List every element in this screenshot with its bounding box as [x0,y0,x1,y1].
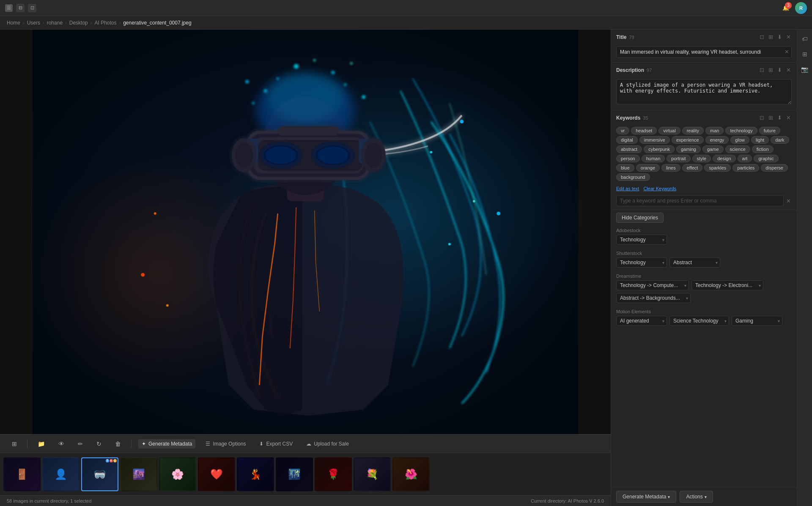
upload-button[interactable]: ☁ Upload for Sale [303,439,352,449]
keyword-input[interactable] [616,195,784,206]
keyword-input-clear[interactable]: ✕ [785,197,792,205]
thumb-5[interactable]: ❤️ [198,457,235,491]
keyword-tag[interactable]: game [702,145,724,153]
keyword-tag[interactable]: person [616,155,640,162]
thumb-7[interactable]: 🌃 [276,457,313,491]
hide-categories-button[interactable]: Hide Categories [616,213,664,223]
keywords-paste-icon[interactable]: ⊞ [768,114,774,122]
title-download-icon[interactable]: ⬇ [776,33,783,41]
breadcrumb-aiphotos[interactable]: AI Photos [94,20,116,26]
keyword-tag[interactable]: man [705,127,724,134]
motion-select-2[interactable]: Science Technology [669,316,729,326]
keyword-tag[interactable]: cyberpunk [644,145,675,153]
thumb-10[interactable]: 🌺 [392,457,430,491]
keyword-tag[interactable]: orange [636,164,660,172]
motion-select-3[interactable]: Gaming [732,316,782,326]
title-clear-icon[interactable]: ✕ [785,49,789,55]
actions-btn[interactable]: Actions ▾ [680,491,713,503]
dreamstime-select-2[interactable]: Technology -> Electroni... [691,280,763,290]
keyword-tag[interactable]: headset [631,127,657,134]
title-close-icon[interactable]: ✕ [785,33,792,41]
layers-icon[interactable]: ⊞ [799,48,811,60]
keyword-tag[interactable]: portrait [667,155,690,162]
generate-metadata-button[interactable]: ✦ Generate Metadata [138,439,195,449]
keyword-tag[interactable]: style [692,155,711,162]
keyword-tag[interactable]: light [751,136,769,144]
keyword-tag[interactable]: glow [730,136,749,144]
keyword-tag[interactable]: design [713,155,735,162]
thumb-3[interactable]: 🌆 [120,457,157,491]
keyword-tag[interactable]: dark [771,136,789,144]
desc-copy-icon[interactable]: ⊡ [759,66,765,74]
keyword-tag[interactable]: graphic [754,155,778,162]
edit-as-text-link[interactable]: Edit as text [616,186,639,191]
thumb-6[interactable]: 💃 [237,457,274,491]
keyword-tag[interactable]: vr [616,127,629,134]
camera-icon[interactable]: 📷 [799,63,811,75]
thumb-8[interactable]: 🌹 [315,457,352,491]
filter-button[interactable]: ⊞ [8,439,20,449]
keywords-close-icon[interactable]: ✕ [785,114,792,122]
desc-close-icon[interactable]: ✕ [785,66,792,74]
export-csv-button[interactable]: ⬇ Export CSV [256,439,296,449]
shutterstock-select-2[interactable]: Abstract [669,257,720,268]
refresh-button[interactable]: ↻ [93,439,105,449]
keyword-tag[interactable]: reality [682,127,704,134]
keyword-tag[interactable]: gaming [676,145,701,153]
keywords-copy-icon[interactable]: ⊡ [759,114,765,122]
image-options-button[interactable]: ☰ Image Options [202,439,249,449]
keyword-tag[interactable]: immersive [639,136,670,144]
delete-button[interactable]: 🗑 [112,439,124,449]
folder-button[interactable]: 📁 [34,439,48,449]
keyword-tag[interactable]: sparkles [704,164,731,172]
sidebar-toggle[interactable]: ⊟ [16,4,25,12]
svg-point-34 [236,143,253,167]
edit-button[interactable]: ✏ [74,439,86,449]
shutterstock-select-1[interactable]: Technology [616,257,667,268]
adobestock-select[interactable]: Technology [616,235,667,245]
title-input[interactable] [616,46,792,58]
eye-button[interactable]: 👁 [55,439,68,449]
keyword-tag[interactable]: energy [705,136,729,144]
thumb-1[interactable]: 👤 [42,457,80,491]
keyword-tag[interactable]: abstract [616,145,642,153]
breadcrumb-desktop[interactable]: Desktop [69,20,88,26]
keywords-download-icon[interactable]: ⬇ [776,114,783,122]
keyword-tag[interactable]: fiction [752,145,774,153]
keyword-tag[interactable]: human [642,155,665,162]
desc-download-icon[interactable]: ⬇ [776,66,783,74]
avatar[interactable]: R [795,2,807,14]
breadcrumb-rohane[interactable]: rohane [47,20,63,26]
dreamstime-select-1[interactable]: Technology -> Compute... [616,280,689,290]
motion-select-1[interactable]: AI generated [616,316,667,326]
keyword-tag[interactable]: science [725,145,750,153]
keyword-tag[interactable]: technology [725,127,757,134]
keyword-tag[interactable]: blue [616,164,634,172]
keyword-tag[interactable]: digital [616,136,638,144]
title-paste-icon[interactable]: ⊞ [768,33,774,41]
keyword-tag[interactable]: particles [732,164,759,172]
notification-button[interactable]: 🔔 3 [780,2,792,14]
keyword-tag[interactable]: effect [682,164,703,172]
description-textarea[interactable]: A stylized image of a person wearing a V… [616,79,792,104]
keyword-tag[interactable]: background [616,173,650,181]
clear-keywords-link[interactable]: Clear Keywords [643,186,676,191]
keyword-tag[interactable]: lines [661,164,680,172]
thumb-9[interactable]: 💐 [354,457,391,491]
breadcrumb-home[interactable]: Home [7,20,20,26]
thumb-2[interactable]: 🥽 T K O [81,457,118,491]
title-copy-icon[interactable]: ⊡ [759,33,765,41]
generate-metadata-action-btn[interactable]: Generate Metadata ▾ [616,491,676,503]
breadcrumb-users[interactable]: Users [27,20,40,26]
thumb-0[interactable]: 🚪 [3,457,41,491]
keyword-tag[interactable]: experience [672,136,704,144]
tag-icon[interactable]: 🏷 [799,33,811,45]
keyword-tag[interactable]: future [759,127,780,134]
keyword-tag[interactable]: virtual [658,127,680,134]
keyword-tag[interactable]: disperse [761,164,788,172]
thumb-4[interactable]: 🌸 [159,457,196,491]
keyword-tag[interactable]: art [738,155,752,162]
desc-paste-icon[interactable]: ⊞ [768,66,774,74]
panel-toggle[interactable]: ⊡ [28,4,36,12]
dreamstime-select-3[interactable]: Abstract -> Backgrounds... [616,293,691,303]
